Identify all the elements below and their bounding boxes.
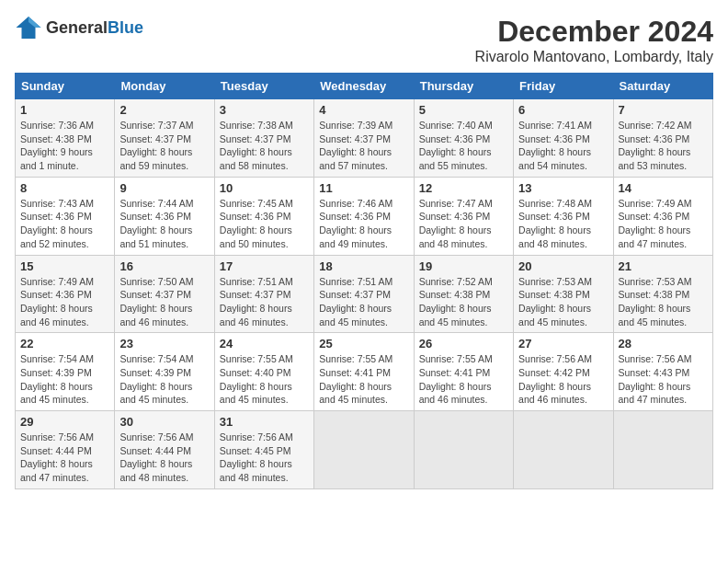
title-area: December 2024 Rivarolo Mantovano, Lombar… [475, 15, 713, 65]
calendar-body: 1Sunrise: 7:36 AM Sunset: 4:38 PM Daylig… [16, 99, 713, 489]
weekday-monday: Monday [115, 74, 214, 99]
day-detail: Sunrise: 7:37 AM Sunset: 4:37 PM Dayligh… [119, 119, 209, 173]
logo: GeneralBlue [15, 15, 143, 40]
day-number: 15 [20, 259, 109, 273]
day-detail: Sunrise: 7:54 AM Sunset: 4:39 PM Dayligh… [119, 352, 209, 407]
calendar-cell: 28Sunrise: 7:56 AM Sunset: 4:43 PM Dayli… [613, 333, 712, 411]
calendar-cell: 5Sunrise: 7:40 AM Sunset: 4:36 PM Daylig… [414, 99, 513, 178]
logo-container: GeneralBlue [15, 15, 143, 40]
calendar-cell: 30Sunrise: 7:56 AM Sunset: 4:44 PM Dayli… [115, 411, 214, 489]
weekday-wednesday: Wednesday [314, 74, 414, 99]
day-number: 16 [119, 259, 209, 273]
day-detail: Sunrise: 7:53 AM Sunset: 4:38 PM Dayligh… [518, 275, 608, 329]
calendar-cell: 10Sunrise: 7:45 AM Sunset: 4:36 PM Dayli… [214, 177, 313, 255]
day-number: 9 [119, 181, 209, 195]
day-detail: Sunrise: 7:51 AM Sunset: 4:37 PM Dayligh… [220, 275, 309, 329]
week-row-3: 15Sunrise: 7:49 AM Sunset: 4:36 PM Dayli… [16, 255, 713, 333]
day-number: 18 [319, 259, 408, 273]
day-number: 13 [518, 181, 608, 195]
day-number: 21 [619, 259, 708, 273]
day-number: 4 [319, 103, 408, 117]
day-detail: Sunrise: 7:49 AM Sunset: 4:36 PM Dayligh… [619, 197, 708, 251]
day-detail: Sunrise: 7:52 AM Sunset: 4:38 PM Dayligh… [419, 275, 508, 329]
day-detail: Sunrise: 7:39 AM Sunset: 4:37 PM Dayligh… [319, 119, 408, 173]
day-detail: Sunrise: 7:56 AM Sunset: 4:43 PM Dayligh… [619, 352, 708, 407]
week-row-5: 29Sunrise: 7:56 AM Sunset: 4:44 PM Dayli… [16, 411, 713, 489]
day-detail: Sunrise: 7:56 AM Sunset: 4:44 PM Dayligh… [119, 431, 209, 485]
day-number: 30 [119, 415, 209, 429]
weekday-tuesday: Tuesday [214, 74, 313, 99]
calendar-cell [314, 411, 414, 489]
day-detail: Sunrise: 7:55 AM Sunset: 4:41 PM Dayligh… [419, 352, 508, 407]
calendar-cell [613, 411, 712, 489]
day-detail: Sunrise: 7:53 AM Sunset: 4:38 PM Dayligh… [619, 275, 708, 329]
day-detail: Sunrise: 7:55 AM Sunset: 4:41 PM Dayligh… [319, 352, 408, 407]
calendar-cell: 20Sunrise: 7:53 AM Sunset: 4:38 PM Dayli… [514, 255, 613, 333]
day-detail: Sunrise: 7:51 AM Sunset: 4:37 PM Dayligh… [319, 275, 408, 329]
day-detail: Sunrise: 7:48 AM Sunset: 4:36 PM Dayligh… [518, 197, 608, 251]
day-number: 19 [419, 259, 508, 273]
calendar-cell: 22Sunrise: 7:54 AM Sunset: 4:39 PM Dayli… [16, 333, 115, 411]
day-detail: Sunrise: 7:56 AM Sunset: 4:42 PM Dayligh… [518, 352, 608, 407]
calendar-cell: 31Sunrise: 7:56 AM Sunset: 4:45 PM Dayli… [214, 411, 313, 489]
week-row-2: 8Sunrise: 7:43 AM Sunset: 4:36 PM Daylig… [16, 177, 713, 255]
calendar-cell: 21Sunrise: 7:53 AM Sunset: 4:38 PM Dayli… [613, 255, 712, 333]
day-number: 17 [220, 259, 309, 273]
weekday-thursday: Thursday [414, 74, 513, 99]
day-number: 12 [419, 181, 508, 195]
subtitle: Rivarolo Mantovano, Lombardy, Italy [475, 49, 713, 65]
day-number: 25 [319, 337, 408, 350]
day-number: 5 [419, 103, 508, 117]
day-detail: Sunrise: 7:45 AM Sunset: 4:36 PM Dayligh… [220, 197, 309, 251]
day-number: 24 [220, 337, 309, 350]
main-title: December 2024 [475, 15, 713, 49]
day-number: 14 [619, 181, 708, 195]
day-number: 26 [419, 337, 508, 350]
calendar-cell: 3Sunrise: 7:38 AM Sunset: 4:37 PM Daylig… [214, 99, 313, 178]
calendar-cell: 29Sunrise: 7:56 AM Sunset: 4:44 PM Dayli… [16, 411, 115, 489]
calendar-cell: 26Sunrise: 7:55 AM Sunset: 4:41 PM Dayli… [414, 333, 513, 411]
calendar-table: SundayMondayTuesdayWednesdayThursdayFrid… [15, 73, 713, 489]
day-detail: Sunrise: 7:49 AM Sunset: 4:36 PM Dayligh… [20, 275, 109, 329]
day-detail: Sunrise: 7:55 AM Sunset: 4:40 PM Dayligh… [220, 352, 309, 407]
calendar-cell: 1Sunrise: 7:36 AM Sunset: 4:38 PM Daylig… [16, 99, 115, 178]
calendar-cell: 14Sunrise: 7:49 AM Sunset: 4:36 PM Dayli… [613, 177, 712, 255]
calendar-header: SundayMondayTuesdayWednesdayThursdayFrid… [16, 74, 713, 99]
weekday-saturday: Saturday [613, 74, 712, 99]
calendar-cell: 6Sunrise: 7:41 AM Sunset: 4:36 PM Daylig… [514, 99, 613, 178]
week-row-1: 1Sunrise: 7:36 AM Sunset: 4:38 PM Daylig… [16, 99, 713, 178]
day-detail: Sunrise: 7:56 AM Sunset: 4:44 PM Dayligh… [20, 431, 109, 485]
day-detail: Sunrise: 7:38 AM Sunset: 4:37 PM Dayligh… [220, 119, 309, 173]
day-detail: Sunrise: 7:56 AM Sunset: 4:45 PM Dayligh… [220, 431, 309, 485]
day-number: 10 [220, 181, 309, 195]
day-number: 20 [518, 259, 608, 273]
day-number: 29 [20, 415, 109, 429]
calendar-cell: 15Sunrise: 7:49 AM Sunset: 4:36 PM Dayli… [16, 255, 115, 333]
day-number: 31 [220, 415, 309, 429]
day-number: 27 [518, 337, 608, 350]
day-detail: Sunrise: 7:41 AM Sunset: 4:36 PM Dayligh… [518, 119, 608, 173]
calendar-cell: 16Sunrise: 7:50 AM Sunset: 4:37 PM Dayli… [115, 255, 214, 333]
calendar-cell: 18Sunrise: 7:51 AM Sunset: 4:37 PM Dayli… [314, 255, 414, 333]
calendar-cell: 25Sunrise: 7:55 AM Sunset: 4:41 PM Dayli… [314, 333, 414, 411]
calendar-cell: 23Sunrise: 7:54 AM Sunset: 4:39 PM Dayli… [115, 333, 214, 411]
calendar-cell [414, 411, 513, 489]
weekday-friday: Friday [514, 74, 613, 99]
calendar-cell: 27Sunrise: 7:56 AM Sunset: 4:42 PM Dayli… [514, 333, 613, 411]
calendar-cell: 13Sunrise: 7:48 AM Sunset: 4:36 PM Dayli… [514, 177, 613, 255]
day-number: 22 [20, 337, 109, 350]
day-detail: Sunrise: 7:46 AM Sunset: 4:36 PM Dayligh… [319, 197, 408, 251]
calendar-cell: 4Sunrise: 7:39 AM Sunset: 4:37 PM Daylig… [314, 99, 414, 178]
day-detail: Sunrise: 7:40 AM Sunset: 4:36 PM Dayligh… [419, 119, 508, 173]
logo-general: General [46, 18, 108, 37]
calendar-cell [514, 411, 613, 489]
calendar-cell: 11Sunrise: 7:46 AM Sunset: 4:36 PM Dayli… [314, 177, 414, 255]
day-number: 11 [319, 181, 408, 195]
calendar-cell: 9Sunrise: 7:44 AM Sunset: 4:36 PM Daylig… [115, 177, 214, 255]
day-detail: Sunrise: 7:44 AM Sunset: 4:36 PM Dayligh… [119, 197, 209, 251]
logo-icon [15, 15, 42, 40]
day-number: 8 [20, 181, 109, 195]
header: GeneralBlue December 2024 Rivarolo Manto… [15, 15, 713, 65]
day-number: 2 [119, 103, 209, 117]
calendar-cell: 8Sunrise: 7:43 AM Sunset: 4:36 PM Daylig… [16, 177, 115, 255]
